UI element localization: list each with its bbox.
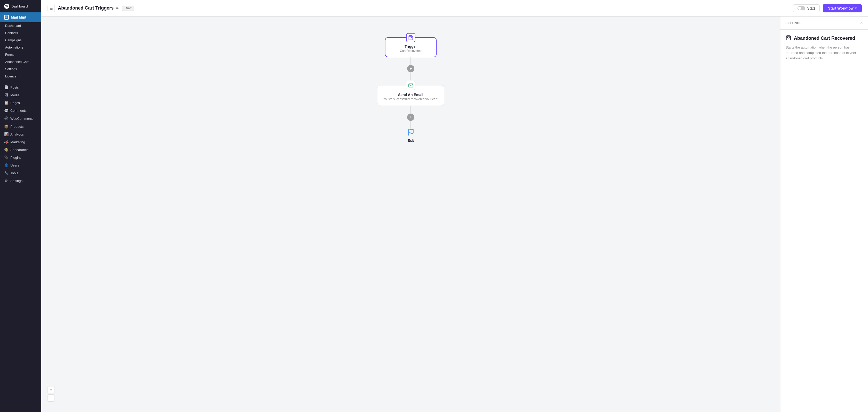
stats-label: Stats — [807, 6, 815, 10]
sidebar-products-label: Products — [10, 125, 24, 129]
sidebar-marketing-label: Marketing — [10, 140, 25, 144]
exit-node: Exit — [407, 129, 414, 142]
sidebar-item-plugins[interactable]: 🔌 Plugins — [0, 153, 41, 161]
sidebar-campaigns-text: Campaigns — [5, 38, 22, 42]
users-icon: 👤 — [4, 163, 8, 167]
sidebar-abandoned-cart-text: Abandoned Cart — [5, 60, 29, 64]
action-node-subtitle: You've successfully recovered your cart! — [382, 97, 439, 101]
start-workflow-label: Start Workflow — [828, 6, 854, 10]
mail-mint-icon: ✉ — [4, 15, 9, 20]
sidebar-item-media[interactable]: 🖼 Media — [0, 91, 41, 99]
sidebar-licence-text: Licence — [5, 75, 16, 78]
sidebar-item-appearance[interactable]: 🎨 Appearance — [0, 146, 41, 153]
media-icon: 🖼 — [4, 93, 8, 97]
action-icon — [406, 81, 415, 90]
sidebar-item-automations[interactable]: Automations — [0, 44, 41, 51]
connector-2 — [410, 72, 411, 80]
sidebar-plugins-label: Plugins — [10, 156, 22, 160]
zoom-controls: + − — [48, 386, 55, 402]
action-node-title: Send An Email — [382, 93, 439, 97]
analytics-icon: 📊 — [4, 132, 8, 136]
sidebar: W Dashboard ✉ Mail Mint Dashboard Contac… — [0, 0, 41, 412]
sidebar-item-licence[interactable]: Licence — [0, 73, 41, 80]
edit-title-icon[interactable]: ✏ — [116, 6, 119, 10]
trigger-node[interactable]: Trigger Cart Recovered — [385, 37, 437, 57]
start-workflow-button[interactable]: Start Workflow ▾ — [823, 4, 862, 12]
canvas-area: Trigger Cart Recovered + — [41, 16, 868, 412]
settings-close-button[interactable]: × — [860, 21, 863, 25]
action-node[interactable]: Send An Email You've successfully recove… — [377, 85, 444, 106]
zoom-out-button[interactable]: − — [48, 394, 55, 402]
start-workflow-chevron-icon: ▾ — [855, 6, 857, 10]
sidebar-contacts-text: Contacts — [5, 31, 18, 35]
connector-4 — [410, 121, 411, 129]
add-node-button-2[interactable]: + — [407, 113, 414, 121]
zoom-in-icon: + — [50, 387, 52, 392]
sidebar-dashboard-text: Dashboard — [5, 24, 21, 28]
sidebar-tools-label: Tools — [10, 171, 18, 175]
sidebar-item-dashboard[interactable]: Dashboard — [0, 22, 41, 29]
action-node-wrapper: Send An Email You've successfully recove… — [377, 85, 444, 106]
sidebar-forms-text: Forms — [5, 53, 14, 57]
sidebar-item-products[interactable]: 📦 Products — [0, 123, 41, 130]
sidebar-mail-mint[interactable]: ✉ Mail Mint — [0, 12, 41, 22]
draft-badge: Draft — [122, 6, 134, 11]
add-icon-1: + — [409, 66, 412, 71]
sidebar-item-forms[interactable]: Forms — [0, 51, 41, 58]
sidebar-analytics-label: Analytics — [10, 132, 24, 136]
sidebar-item-contacts[interactable]: Contacts — [0, 29, 41, 37]
settings-header: SETTINGS × — [780, 16, 868, 30]
comments-icon: 💬 — [4, 108, 8, 112]
connector-1 — [410, 57, 411, 65]
mail-mint-label: Mail Mint — [11, 15, 26, 20]
sidebar-users-label: Users — [10, 163, 19, 167]
settings-description: Starts the automation when the person ha… — [785, 45, 863, 61]
stats-toggle[interactable] — [798, 6, 805, 10]
sidebar-item-posts[interactable]: 📄 Posts — [0, 83, 41, 91]
stats-button[interactable]: Stats — [793, 4, 820, 12]
sidebar-item-settings-mm[interactable]: Settings — [0, 66, 41, 73]
sidebar-divider-1 — [0, 81, 41, 81]
trigger-icon — [406, 33, 415, 42]
sidebar-settings-wp-label: Settings — [10, 179, 23, 183]
settings-cart-icon — [785, 35, 791, 42]
settings-panel-title: SETTINGS — [785, 22, 802, 25]
trigger-node-wrapper: Trigger Cart Recovered — [385, 37, 437, 57]
sidebar-item-tools[interactable]: 🔧 Tools — [0, 169, 41, 177]
settings-trigger-title: Abandoned Cart Recovered — [785, 35, 863, 42]
sidebar-item-comments[interactable]: 💬 Comments — [0, 107, 41, 114]
workflow-canvas[interactable]: Trigger Cart Recovered + — [41, 16, 780, 412]
exit-label: Exit — [408, 139, 414, 142]
workflow-container: Trigger Cart Recovered + — [377, 16, 444, 142]
zoom-in-button[interactable]: + — [48, 386, 55, 393]
trigger-node-title: Trigger — [390, 44, 432, 48]
sidebar-settings-mm-text: Settings — [5, 67, 17, 71]
sidebar-item-settings-wp[interactable]: ⚙ Settings — [0, 177, 41, 184]
sidebar-item-marketing[interactable]: 📣 Marketing — [0, 138, 41, 146]
appearance-icon: 🎨 — [4, 148, 8, 152]
sidebar-item-analytics[interactable]: 📊 Analytics — [0, 130, 41, 138]
page-title: Abandoned Cart Triggers ✏ — [58, 5, 119, 11]
sidebar-section-wp: 📄 Posts 🖼 Media 📋 Pages 💬 Comments Ⓦ Woo… — [0, 82, 41, 185]
collapse-sidebar-button[interactable]: ☰ — [48, 5, 55, 12]
sidebar-item-pages[interactable]: 📋 Pages — [0, 99, 41, 107]
pages-icon: 📋 — [4, 101, 8, 105]
sidebar-item-abandoned-cart[interactable]: Abandoned Cart — [0, 58, 41, 66]
products-icon: 📦 — [4, 125, 8, 129]
trigger-node-subtitle: Cart Recovered — [390, 49, 432, 53]
settings-trigger-title-text: Abandoned Cart Recovered — [794, 36, 855, 41]
topbar: ☰ Abandoned Cart Triggers ✏ Draft Stats … — [41, 0, 868, 16]
woocommerce-icon: Ⓦ — [4, 116, 8, 121]
add-node-button-1[interactable]: + — [407, 65, 414, 72]
sidebar-media-label: Media — [10, 93, 20, 97]
sidebar-item-campaigns[interactable]: Campaigns — [0, 37, 41, 44]
sidebar-dashboard-label: Dashboard — [11, 4, 28, 8]
sidebar-item-users[interactable]: 👤 Users — [0, 161, 41, 169]
sidebar-item-woocommerce[interactable]: Ⓦ WooCommerce — [0, 114, 41, 123]
sidebar-wp-logo[interactable]: W Dashboard — [0, 0, 41, 12]
add-icon-2: + — [409, 115, 412, 119]
page-title-text: Abandoned Cart Triggers — [58, 5, 114, 11]
tools-icon: 🔧 — [4, 171, 8, 175]
sidebar-appearance-label: Appearance — [10, 148, 28, 152]
zoom-out-icon: − — [50, 396, 52, 400]
